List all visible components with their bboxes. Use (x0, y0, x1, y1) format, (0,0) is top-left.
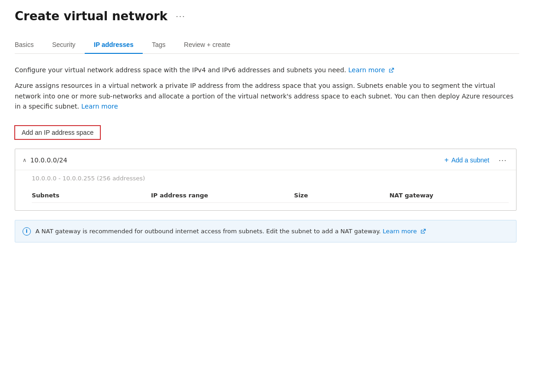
col-header-size: Size (294, 188, 389, 203)
plus-icon: + (444, 156, 448, 164)
tab-security[interactable]: Security (43, 36, 85, 54)
ip-cidr-label: 10.0.0.0/24 (30, 156, 67, 164)
add-subnet-label: Add a subnet (451, 156, 489, 164)
tab-tags[interactable]: Tags (143, 36, 175, 54)
tab-basics[interactable]: Basics (15, 36, 43, 54)
col-header-nat-gateway: NAT gateway (389, 188, 509, 203)
learn-more-link-2[interactable]: Learn more (81, 103, 118, 110)
ip-space-header-right: + Add a subnet ··· (444, 156, 509, 165)
chevron-up-icon[interactable]: ∧ (23, 157, 27, 163)
description-text-1: Configure your virtual network address s… (15, 66, 346, 74)
tab-ip-addresses[interactable]: IP addresses (85, 36, 143, 54)
ip-range-text: 10.0.0.0 - 10.0.0.255 (256 addresses) (15, 170, 516, 188)
info-banner-learn-more-link[interactable]: Learn more (383, 228, 425, 235)
info-icon: i (23, 227, 31, 236)
col-header-subnets: Subnets (32, 188, 151, 203)
subnet-table: Subnets IP address range Size NAT gatewa… (32, 188, 509, 203)
info-banner-text: A NAT gateway is recommended for outboun… (35, 227, 426, 236)
description-line2: Azure assigns resources in a virtual net… (15, 81, 519, 111)
add-ip-address-space-button[interactable]: Add an IP address space (15, 126, 100, 139)
ip-space-more-button[interactable]: ··· (497, 156, 509, 165)
add-subnet-button[interactable]: + Add a subnet (444, 156, 489, 164)
subnet-table-wrapper: Subnets IP address range Size NAT gatewa… (15, 188, 516, 210)
ip-space-header: ∧ 10.0.0.0/24 + Add a subnet ··· (15, 149, 516, 170)
info-banner: i A NAT gateway is recommended for outbo… (15, 220, 517, 243)
external-link-icon-info (420, 229, 426, 234)
ip-space-card: ∧ 10.0.0.0/24 + Add a subnet ··· 10.0.0.… (15, 149, 517, 211)
page-title-row: Create virtual network ··· (15, 9, 519, 23)
ip-space-header-left: ∧ 10.0.0.0/24 (23, 156, 67, 164)
page-title: Create virtual network (15, 9, 168, 23)
tab-review-create[interactable]: Review + create (175, 36, 240, 54)
external-link-icon-1 (389, 68, 394, 73)
description-line1: Configure your virtual network address s… (15, 65, 519, 75)
learn-more-link-1[interactable]: Learn more (348, 66, 394, 74)
subnet-table-header-row: Subnets IP address range Size NAT gatewa… (32, 188, 509, 203)
col-header-ip-range: IP address range (151, 188, 294, 203)
tab-nav: Basics Security IP addresses Tags Review… (15, 36, 519, 54)
page-ellipsis-button[interactable]: ··· (173, 11, 188, 22)
